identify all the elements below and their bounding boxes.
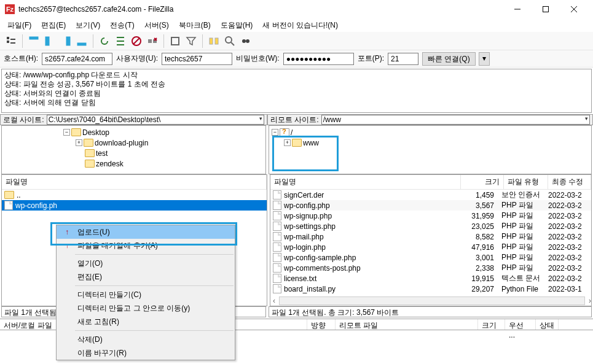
col-size[interactable]: 크기: [461, 175, 504, 189]
context-menu: ↑업로드(U)↑파일을 대기열에 추가(A)열기(O)편집(E)디렉터리 만들기…: [56, 225, 235, 360]
upload-arrow-icon: ↑: [63, 241, 71, 250]
expand-icon[interactable]: +: [76, 139, 82, 146]
col-date[interactable]: 최종 수정: [548, 175, 591, 189]
list-item[interactable]: signCert.der1,459보안 인증서2022-03-2: [270, 190, 591, 200]
pass-input[interactable]: [283, 53, 354, 65]
remote-path-input[interactable]: /www▾: [321, 115, 590, 125]
svg-rect-10: [66, 37, 70, 45]
close-button[interactable]: [560, 0, 588, 18]
file-icon: [273, 190, 281, 199]
tree-item[interactable]: test: [2, 148, 265, 158]
col-priority[interactable]: 우선 ...: [505, 319, 536, 330]
remote-tree[interactable]: −/ +www: [269, 125, 592, 174]
collapse-icon[interactable]: −: [63, 129, 70, 136]
svg-rect-18: [171, 37, 179, 45]
list-item[interactable]: wp-config.php3,567PHP 파일2022-03-2: [270, 200, 591, 211]
menu-item[interactable]: ↑파일을 대기열에 추가(A): [57, 239, 235, 252]
file-icon: [273, 242, 281, 252]
message-log[interactable]: 상태: /www/wp-config.php 다운로드 시작 상태: 파일 전송…: [1, 69, 592, 113]
disconnect-icon[interactable]: [145, 34, 160, 48]
file-icon: [273, 232, 281, 241]
local-tree[interactable]: −Desktop +download-plugin test zendesk: [1, 125, 266, 174]
search-icon[interactable]: [238, 34, 253, 48]
svg-line-22: [231, 42, 234, 45]
toggle-local-tree-icon[interactable]: [42, 34, 57, 48]
remote-site-label: 리모트 사이트:: [270, 115, 319, 125]
menu-item[interactable]: 열기(O): [57, 257, 235, 270]
list-item[interactable]: board_install.py29,207Python File2022-03…: [270, 284, 591, 294]
menu-item[interactable]: 디렉터리 만들고 그 안으로 이동(y): [57, 301, 235, 315]
host-input[interactable]: [42, 53, 112, 65]
tree-item[interactable]: +download-plugin: [2, 137, 265, 148]
toggle-remote-tree-icon[interactable]: [58, 34, 73, 48]
col-name[interactable]: 파일명: [2, 175, 267, 189]
pass-label: 비밀번호(W):: [236, 53, 280, 64]
toggle-log-icon[interactable]: [26, 34, 41, 48]
toolbar: [0, 32, 593, 50]
menu-edit[interactable]: 편집(E): [37, 19, 69, 32]
list-item[interactable]: wp-comments-post.php2,338PHP 파일2022-03-2: [270, 263, 591, 273]
cancel-icon[interactable]: [129, 34, 144, 48]
local-path-input[interactable]: C:\Users\7040_64bit\Desktop\test\▾: [47, 115, 264, 125]
menu-file[interactable]: 파일(F): [4, 19, 35, 32]
folder-icon: [292, 139, 302, 147]
toggle-queue-icon[interactable]: [74, 34, 89, 48]
reconnect-icon[interactable]: [168, 34, 183, 48]
tree-item[interactable]: −/: [269, 127, 591, 137]
user-input[interactable]: [162, 53, 232, 65]
refresh-icon[interactable]: [97, 34, 112, 48]
sitemanager-icon[interactable]: [4, 34, 18, 48]
sync-browse-icon[interactable]: [222, 34, 237, 48]
menu-item[interactable]: 디렉터리 만들기(C): [57, 288, 235, 301]
menu-item[interactable]: 삭제(D): [57, 333, 235, 346]
list-item[interactable]: wp-login.php47,916PHP 파일2022-03-2: [270, 242, 591, 252]
list-item[interactable]: wp-settings.php23,025PHP 파일2022-03-2: [270, 221, 591, 231]
quickconnect-button[interactable]: 빠른 연결(Q): [422, 52, 476, 66]
list-item[interactable]: license.txt19,915텍스트 문서2022-03-2: [270, 273, 591, 284]
log-line: 상태: 서버에 의해 연결 닫힘: [4, 98, 589, 107]
file-icon: [4, 201, 13, 210]
col-remotefile[interactable]: 리모트 파일: [336, 319, 478, 330]
col-direction[interactable]: 방향: [307, 319, 336, 330]
list-item[interactable]: wp-config-sample.php3,001PHP 파일2022-03-2: [270, 252, 591, 263]
list-item[interactable]: wp-signup.php31,959PHP 파일2022-03-2: [270, 211, 591, 221]
list-item[interactable]: ..: [2, 190, 267, 200]
menu-transfer[interactable]: 전송(T): [106, 19, 138, 32]
maximize-button[interactable]: [532, 0, 560, 18]
menu-item[interactable]: 편집(E): [57, 270, 235, 284]
tree-item[interactable]: −Desktop: [2, 127, 265, 137]
menu-item[interactable]: ↑업로드(U): [57, 225, 235, 239]
col-type[interactable]: 파일 유형: [504, 175, 548, 189]
col-size[interactable]: 크기: [478, 319, 505, 330]
svg-rect-9: [45, 37, 49, 45]
expand-icon[interactable]: +: [284, 139, 291, 146]
tree-item[interactable]: +www: [269, 137, 591, 148]
folder-icon: [84, 139, 93, 147]
list-item[interactable]: wp-config.ph: [2, 200, 267, 211]
col-status[interactable]: 상태: [536, 319, 559, 330]
menu-item[interactable]: 새로 고침(R): [57, 315, 235, 328]
filter-icon[interactable]: [184, 34, 198, 48]
menu-help[interactable]: 도움말(H): [217, 19, 257, 32]
log-line: 상태: 파일 전송 성공, 3,567 바이트를 1 초에 전송: [4, 80, 589, 89]
horizontal-scrollbar[interactable]: ‹›: [270, 295, 591, 306]
svg-rect-19: [210, 38, 213, 44]
list-item[interactable]: wp-mail.php8,582PHP 파일2022-03-2: [270, 231, 591, 242]
menu-item[interactable]: 이름 바꾸기(R): [57, 346, 235, 360]
collapse-icon[interactable]: −: [272, 129, 278, 136]
col-name[interactable]: 파일명: [270, 175, 461, 189]
process-queue-icon[interactable]: [113, 34, 128, 48]
port-input[interactable]: [388, 53, 418, 65]
menu-bookmarks[interactable]: 북마크(B): [175, 19, 214, 32]
quickconnect-dropdown[interactable]: ▾: [479, 52, 490, 66]
menu-view[interactable]: 보기(V): [72, 19, 104, 32]
menu-server[interactable]: 서버(S): [141, 19, 173, 32]
tree-item[interactable]: zendesk: [2, 158, 265, 169]
menu-newversion[interactable]: 새 버전이 있습니다!(N): [259, 19, 342, 32]
file-icon: [273, 263, 281, 273]
compare-icon[interactable]: [206, 34, 221, 48]
minimize-button[interactable]: [503, 0, 532, 18]
remote-file-list[interactable]: 파일명 크기 파일 유형 최종 수정 signCert.der1,459보안 인…: [270, 174, 592, 306]
svg-rect-7: [10, 42, 15, 44]
upload-arrow-icon: ↑: [63, 228, 71, 236]
